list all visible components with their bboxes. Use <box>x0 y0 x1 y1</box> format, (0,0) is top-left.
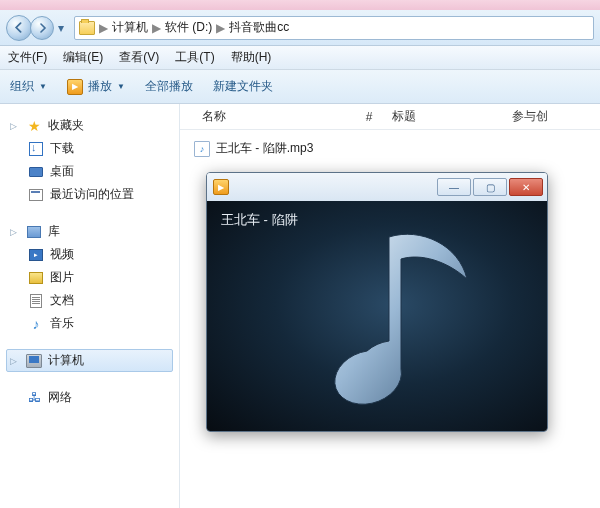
tree-item-computer[interactable]: ▷ 计算机 <box>6 349 173 372</box>
file-pane: 名称 # 标题 参与创 ♪ 王北车 - 陷阱.mp3 ▶ — ▢ ✕ 王北车 -… <box>180 104 600 508</box>
tree-item-pictures[interactable]: 图片 <box>6 266 173 289</box>
maximize-button[interactable]: ▢ <box>473 178 507 196</box>
forward-button[interactable] <box>30 16 54 40</box>
document-icon <box>30 294 42 308</box>
play-all-button[interactable]: 全部播放 <box>145 78 193 95</box>
tree-item-label: 桌面 <box>50 163 74 180</box>
play-button[interactable]: ▶ 播放 ▼ <box>67 78 125 95</box>
tree-item-label: 视频 <box>50 246 74 263</box>
music-note-icon <box>271 219 491 419</box>
menu-view[interactable]: 查看(V) <box>119 49 159 66</box>
tree-item-music[interactable]: ♪ 音乐 <box>6 312 173 335</box>
download-icon <box>29 142 43 156</box>
column-headers: 名称 # 标题 参与创 <box>180 104 600 130</box>
tree-item-label: 网络 <box>48 389 72 406</box>
breadcrumb-separator: ▶ <box>216 21 225 35</box>
media-player-window: ▶ — ▢ ✕ 王北车 - 陷阱 <box>206 172 548 432</box>
tree-favorites-label: 收藏夹 <box>48 117 84 134</box>
menu-edit[interactable]: 编辑(E) <box>63 49 103 66</box>
tree-libraries[interactable]: ▷ 库 <box>6 220 173 243</box>
breadcrumb-part[interactable]: 抖音歌曲cc <box>229 19 289 36</box>
tree-item-label: 图片 <box>50 269 74 286</box>
column-contrib[interactable]: 参与创 <box>504 108 556 125</box>
audio-file-icon: ♪ <box>194 141 210 157</box>
tree-item-label: 最近访问的位置 <box>50 186 134 203</box>
libraries-icon <box>27 226 41 238</box>
menu-bar: 文件(F) 编辑(E) 查看(V) 工具(T) 帮助(H) <box>0 46 600 70</box>
new-folder-button[interactable]: 新建文件夹 <box>213 78 273 95</box>
desktop-icon <box>29 167 43 177</box>
address-bar: ▾ ▶ 计算机 ▶ 软件 (D:) ▶ 抖音歌曲cc <box>0 10 600 46</box>
menu-file[interactable]: 文件(F) <box>8 49 47 66</box>
play-icon: ▶ <box>67 79 83 95</box>
player-viewport: 王北车 - 陷阱 <box>207 201 547 431</box>
network-icon: 🖧 <box>26 390 42 406</box>
tree-item-desktop[interactable]: 桌面 <box>6 160 173 183</box>
nav-history-dropdown[interactable]: ▾ <box>54 21 68 35</box>
window-chrome-stub <box>0 0 600 10</box>
column-number[interactable]: # <box>354 110 384 124</box>
tree-libraries-label: 库 <box>48 223 60 240</box>
column-name[interactable]: 名称 <box>194 108 354 125</box>
close-button[interactable]: ✕ <box>509 178 543 196</box>
breadcrumb[interactable]: ▶ 计算机 ▶ 软件 (D:) ▶ 抖音歌曲cc <box>74 16 594 40</box>
nav-buttons: ▾ <box>6 15 68 41</box>
breadcrumb-separator: ▶ <box>152 21 161 35</box>
tree-item-videos[interactable]: ▸ 视频 <box>6 243 173 266</box>
file-list: ♪ 王北车 - 陷阱.mp3 <box>180 130 600 167</box>
command-bar: 组织 ▼ ▶ 播放 ▼ 全部播放 新建文件夹 <box>0 70 600 104</box>
tree-item-label: 计算机 <box>48 352 84 369</box>
organize-button[interactable]: 组织 ▼ <box>10 78 47 95</box>
player-titlebar[interactable]: ▶ — ▢ ✕ <box>207 173 547 201</box>
video-icon: ▸ <box>29 249 43 261</box>
column-title[interactable]: 标题 <box>384 108 504 125</box>
music-icon: ♪ <box>28 316 44 332</box>
media-player-icon: ▶ <box>213 179 229 195</box>
disclosure-triangle-icon: ▷ <box>10 356 20 366</box>
organize-label: 组织 <box>10 78 34 95</box>
computer-icon <box>26 354 42 368</box>
folder-icon <box>79 21 95 35</box>
chevron-down-icon: ▼ <box>117 82 125 91</box>
play-label: 播放 <box>88 78 112 95</box>
file-row[interactable]: ♪ 王北车 - 陷阱.mp3 <box>190 138 590 159</box>
breadcrumb-part[interactable]: 软件 (D:) <box>165 19 212 36</box>
picture-icon <box>29 272 43 284</box>
breadcrumb-part[interactable]: 计算机 <box>112 19 148 36</box>
disclosure-triangle-icon: ▷ <box>10 121 20 131</box>
tree-item-network[interactable]: ▷ 🖧 网络 <box>6 386 173 409</box>
new-folder-label: 新建文件夹 <box>213 78 273 95</box>
main-pane: ▷ ★ 收藏夹 下载 桌面 最近访问的位置 ▷ 库 <box>0 104 600 508</box>
star-icon: ★ <box>26 118 42 134</box>
menu-help[interactable]: 帮助(H) <box>231 49 272 66</box>
chevron-down-icon: ▼ <box>39 82 47 91</box>
recent-icon <box>29 189 43 201</box>
tree-item-recent[interactable]: 最近访问的位置 <box>6 183 173 206</box>
tree-item-label: 文档 <box>50 292 74 309</box>
breadcrumb-separator: ▶ <box>99 21 108 35</box>
minimize-button[interactable]: — <box>437 178 471 196</box>
tree-favorites[interactable]: ▷ ★ 收藏夹 <box>6 114 173 137</box>
tree-item-label: 音乐 <box>50 315 74 332</box>
nav-tree: ▷ ★ 收藏夹 下载 桌面 最近访问的位置 ▷ 库 <box>0 104 180 508</box>
tree-item-label: 下载 <box>50 140 74 157</box>
tree-item-downloads[interactable]: 下载 <box>6 137 173 160</box>
menu-tools[interactable]: 工具(T) <box>175 49 214 66</box>
tree-item-documents[interactable]: 文档 <box>6 289 173 312</box>
play-all-label: 全部播放 <box>145 78 193 95</box>
disclosure-triangle-icon: ▷ <box>10 227 20 237</box>
back-button[interactable] <box>6 15 32 41</box>
file-name: 王北车 - 陷阱.mp3 <box>216 140 313 157</box>
